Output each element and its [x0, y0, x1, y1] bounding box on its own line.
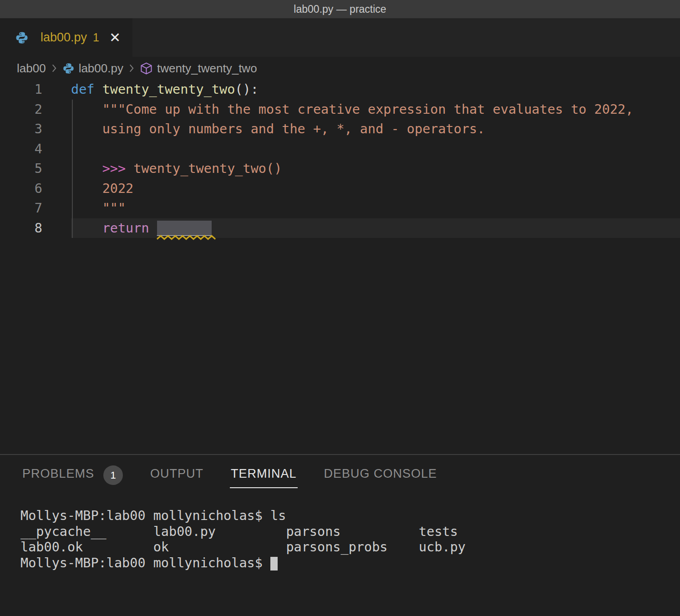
code-token	[71, 201, 102, 216]
blank-placeholder-selected[interactable]: _______	[157, 221, 212, 236]
code-token	[71, 181, 102, 196]
python-file-icon	[15, 31, 29, 45]
code-token	[71, 221, 102, 236]
code-line-content	[71, 139, 680, 159]
code-token	[71, 102, 102, 117]
code-line[interactable]: 8 return _______	[0, 218, 680, 238]
code-line-content: >>> twenty_twenty_two()	[71, 159, 680, 179]
line-number[interactable]: 6	[0, 179, 42, 199]
line-number[interactable]: 2	[0, 100, 42, 120]
panel-tab-debug-console[interactable]: DEBUG CONSOLE	[323, 467, 438, 488]
line-number[interactable]: 4	[0, 139, 42, 159]
code-token: twenty_twenty_two	[102, 82, 235, 97]
code-line-content: def twenty_twenty_two():	[71, 80, 680, 100]
code-line-content: 2022	[71, 179, 680, 199]
panel-tab-output[interactable]: OUTPUT	[149, 467, 204, 488]
panel-tab-problems[interactable]: PROBLEMS1	[21, 467, 124, 488]
terminal-prompt-line: Mollys-MBP:lab00 mollynicholas$	[20, 555, 680, 571]
close-icon[interactable]: ✕	[109, 31, 121, 45]
code-line[interactable]: 3 using only numbers and the +, *, and -…	[0, 119, 680, 139]
chevron-right-icon	[128, 63, 135, 74]
code-token	[126, 161, 133, 176]
code-line-content: return _______	[71, 218, 680, 238]
python-file-icon	[62, 62, 75, 75]
chevron-right-icon	[51, 63, 58, 74]
panel-tab-label: DEBUG CONSOLE	[324, 467, 437, 481]
vscode-window: lab00.py — practice lab00.py 1 ✕ lab00	[0, 0, 680, 616]
indent-guide	[72, 100, 73, 238]
line-number[interactable]: 1	[0, 80, 42, 100]
code-token: return	[102, 221, 157, 236]
code-token: ():	[235, 82, 258, 97]
line-number[interactable]: 7	[0, 198, 42, 218]
titlebar[interactable]: lab00.py — practice	[0, 0, 680, 18]
breadcrumb-symbol[interactable]: twenty_twenty_two	[157, 61, 257, 76]
code-token: """Come up with the most creative expres…	[102, 102, 634, 117]
code-token: 2022	[102, 181, 134, 196]
code-line-content: using only numbers and the +, *, and - o…	[71, 119, 680, 139]
code-token	[71, 121, 102, 136]
terminal-cursor	[270, 557, 278, 571]
line-number[interactable]: 8	[0, 218, 42, 238]
code-token: >>>	[102, 161, 126, 176]
symbol-module-cube-icon	[140, 62, 153, 75]
code-token: twenty_twenty_two()	[133, 161, 282, 176]
tab-lab00-py[interactable]: lab00.py 1 ✕	[0, 18, 132, 57]
panel-tab-label: PROBLEMS	[22, 467, 94, 481]
breadcrumb-folder[interactable]: lab00	[17, 61, 46, 76]
code-line[interactable]: 7 """	[0, 198, 680, 218]
panel-tab-label: TERMINAL	[231, 467, 297, 481]
code-line[interactable]: 6 2022	[0, 179, 680, 199]
warning-squiggle	[157, 235, 212, 240]
editor-tabbar: lab00.py 1 ✕	[0, 18, 680, 57]
breadcrumb-file[interactable]: lab00.py	[79, 61, 123, 76]
code-token	[71, 161, 102, 176]
line-number[interactable]: 5	[0, 159, 42, 179]
panel-tab-bar: PROBLEMS1OUTPUTTERMINALDEBUG CONSOLE	[0, 455, 680, 488]
tab-problem-count-badge: 1	[93, 31, 99, 44]
code-editor[interactable]: 1def twenty_twenty_two():2 """Come up wi…	[0, 80, 680, 454]
terminal[interactable]: Mollys-MBP:lab00 mollynicholas$ ls__pyca…	[0, 488, 680, 571]
code-token: using only numbers and the +, *, and - o…	[102, 121, 485, 136]
terminal-prompt: Mollys-MBP:lab00 mollynicholas$	[20, 555, 270, 571]
code-line[interactable]: 1def twenty_twenty_two():	[0, 80, 680, 100]
terminal-line: lab00.ok ok parsons_probs ucb.py	[20, 540, 680, 555]
tab-filename: lab00.py	[41, 30, 87, 45]
bottom-panel: PROBLEMS1OUTPUTTERMINALDEBUG CONSOLE Mol…	[0, 454, 680, 616]
line-number[interactable]: 3	[0, 119, 42, 139]
window-title: lab00.py — practice	[294, 3, 386, 15]
code-token: def	[71, 82, 102, 97]
panel-tab-terminal[interactable]: TERMINAL	[230, 467, 298, 488]
code-line[interactable]: 4	[0, 139, 680, 159]
breadcrumb: lab00 lab00.py twenty_twenty_two	[0, 57, 680, 80]
terminal-line: Mollys-MBP:lab00 mollynicholas$ ls	[20, 508, 680, 524]
code-line[interactable]: 2 """Come up with the most creative expr…	[0, 100, 680, 120]
code-line[interactable]: 5 >>> twenty_twenty_two()	[0, 159, 680, 179]
problems-count-badge: 1	[103, 465, 123, 485]
terminal-line: __pycache__ lab00.py parsons tests	[20, 524, 680, 540]
code-line-content: """	[71, 198, 680, 218]
panel-tab-label: OUTPUT	[150, 467, 203, 481]
code-line-content: """Come up with the most creative expres…	[71, 100, 680, 120]
code-token: """	[102, 201, 126, 216]
